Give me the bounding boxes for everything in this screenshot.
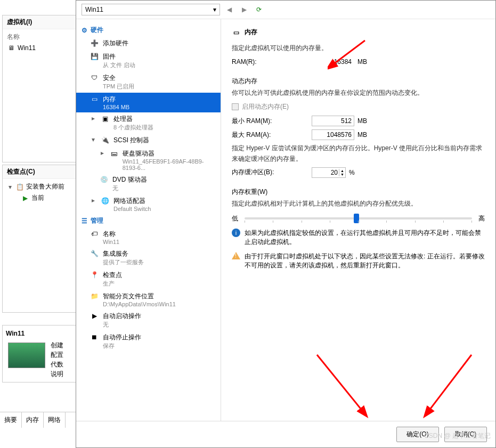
cancel-button[interactable]: 取消(C): [444, 427, 487, 442]
dynamic-memory-desc: 你可以允许可供此虚拟机使用的内存量在你设定的范围内动态变化。: [232, 88, 485, 98]
tree-nic[interactable]: ▸ 🌐 网络适配器Default Switch: [76, 194, 221, 214]
expander-icon[interactable]: ▸: [100, 149, 105, 157]
integration-icon: 🔧: [90, 249, 99, 258]
checkpoint-header: 检查点(C): [3, 165, 77, 179]
autostart-icon: ▶: [90, 312, 99, 320]
dialog-footer: 确定(O) 取消(C): [76, 421, 495, 447]
max-ram-row: 最大 RAM(A): 1048576 MB: [232, 129, 485, 140]
settings-tree: ⚙硬件 ➕ 添加硬件 💾 固件从 文件 启动 🛡 安全TPM 已启用 ▭ 内存1…: [76, 19, 221, 421]
tree-firmware[interactable]: 💾 固件从 文件 启动: [76, 50, 221, 71]
detail-title: ▭ 内存: [232, 28, 485, 37]
vm-selector-value: Win11: [85, 6, 103, 13]
detail-tabs: 摘要 内存 网络: [0, 412, 80, 428]
settings-dialog: Win11 ▾ ◀ ▶ ⟳ ⚙硬件 ➕ 添加硬件 💾 固件从 文件 启动 🛡 安…: [76, 0, 496, 448]
tree-name[interactable]: 🏷 名称Win11: [76, 227, 221, 247]
vm-section: 虚拟机(I) 名称 🖥 Win11: [2, 15, 77, 162]
checkpoint-icon: 📍: [90, 271, 99, 279]
autostop-icon: ⏹: [90, 333, 99, 341]
enable-dynamic-checkbox[interactable]: [232, 103, 239, 110]
min-ram-input[interactable]: 512: [312, 116, 354, 126]
tree-memory[interactable]: ▭ 内存16384 MB: [76, 93, 221, 112]
tree-dvd[interactable]: 💿 DVD 驱动器无: [76, 173, 221, 194]
win11-info-lines: 创建 配置 代数 说明: [51, 340, 63, 379]
vm-section-header: 虚拟机(I): [3, 15, 77, 29]
warning-message: 由于打开此窗口时虚拟机处于以下状态，因此某些设置无法修改: 正在运行。若要修改不…: [232, 252, 485, 270]
expander-icon[interactable]: ▾: [7, 183, 13, 191]
weight-low-label: 低: [232, 214, 238, 223]
refresh-button[interactable]: ⟳: [253, 4, 265, 15]
buffer-spinner[interactable]: ▲▼: [312, 167, 346, 178]
scsi-icon: 🔌: [101, 136, 109, 144]
hardware-icon: ⚙: [82, 27, 87, 34]
buffer-input[interactable]: [312, 168, 339, 177]
checkpoint-current[interactable]: ▶ 当前: [7, 192, 72, 203]
ok-button[interactable]: 确定(O): [396, 427, 439, 442]
annotation-arrow-2: [312, 349, 376, 419]
hardware-header: ⚙硬件: [76, 23, 221, 37]
annotation-arrow-3: [418, 349, 477, 419]
tree-processor[interactable]: ▸ ▣ 处理器8 个虚拟处理器: [76, 112, 221, 134]
vm-thumbnail[interactable]: [8, 343, 45, 368]
dialog-toolbar: Win11 ▾ ◀ ▶ ⟳: [76, 1, 495, 19]
expander-icon[interactable]: ▸: [90, 115, 96, 122]
firmware-icon: 💾: [90, 52, 99, 61]
vm-selector[interactable]: Win11 ▾: [82, 4, 220, 15]
dynamic-memory-title: 动态内存: [232, 77, 485, 86]
cpu-icon: ▣: [101, 115, 109, 123]
tree-autostop[interactable]: ⏹ 自动停止操作保存: [76, 331, 221, 352]
management-header: ☰管理: [76, 214, 221, 227]
expander-icon[interactable]: ▾: [90, 136, 96, 143]
tab-summary[interactable]: 摘要: [0, 412, 22, 428]
vm-icon: 🖥: [7, 44, 15, 52]
spin-up-icon[interactable]: ▲: [339, 169, 345, 173]
name-icon: 🏷: [90, 230, 99, 238]
management-icon: ☰: [82, 217, 87, 225]
max-ram-input[interactable]: 1048576: [312, 129, 354, 140]
max-ram-label: 最大 RAM(A):: [232, 131, 312, 140]
memory-detail-pane: ▭ 内存 指定此虚拟机可以使用的内存量。 RAM(R): 16384 MB 动态…: [221, 19, 495, 421]
info-message: i 如果为此虚拟机指定较低的设置，在运行其他虚拟机并且可用内存不足时，可能会禁止…: [232, 229, 485, 247]
dvd-icon: 💿: [100, 175, 108, 184]
col-name: 名称: [7, 31, 72, 43]
warning-icon: [232, 252, 240, 259]
win11-detail-section: Win11 创建 配置 代数 说明: [2, 325, 77, 382]
enable-dynamic-label: 启用动态内存(E): [242, 102, 289, 111]
manager-panel: 虚拟机(I) 名称 🖥 Win11 检查点(C) ▾ 📋 安装鲁大师前 ▶ 当前: [0, 0, 80, 448]
weight-slider[interactable]: [245, 217, 472, 219]
ram-input[interactable]: 16384: [312, 56, 354, 67]
tree-scsi[interactable]: ▾ 🔌 SCSI 控制器: [76, 134, 221, 147]
ram-unit: MB: [357, 58, 367, 66]
weight-desc: 指定此虚拟机相对于此计算机上的其他虚拟机的内存分配优先级。: [232, 199, 485, 209]
svg-line-1: [317, 355, 362, 411]
weight-title: 内存权重(W): [232, 188, 485, 197]
tree-integration[interactable]: 🔧 集成服务提供了一些服务: [76, 247, 221, 268]
tree-smartpaging[interactable]: 📁 智能分页文件位置D:\MyAppData\Vmos\Win11: [76, 290, 221, 309]
tree-security[interactable]: 🛡 安全TPM 已启用: [76, 71, 221, 93]
enable-dynamic-checkbox-row: 启用动态内存(E): [232, 102, 485, 111]
nav-forward-button[interactable]: ▶: [238, 4, 250, 15]
tree-hdd[interactable]: ▸ 🖴 硬盘驱动器Win11_45FEB9F1-69AF-48B9-8193-6…: [76, 147, 221, 173]
ram-row: RAM(R): 16384 MB: [232, 56, 485, 67]
min-ram-row: 最小 RAM(M): 512 MB: [232, 116, 485, 126]
tree-checkpoints[interactable]: 📍 检查点生产: [76, 268, 221, 290]
vm-name: Win11: [18, 44, 36, 52]
memory-desc: 指定此虚拟机可以使用的内存量。: [232, 43, 485, 53]
min-ram-label: 最小 RAM(M):: [232, 117, 312, 126]
memory-icon: ▭: [90, 95, 99, 103]
tab-network[interactable]: 网络: [44, 412, 66, 428]
tree-autostart[interactable]: ▶ 自动启动操作无: [76, 309, 221, 331]
play-icon: ▶: [21, 194, 29, 202]
vm-list-item[interactable]: 🖥 Win11: [7, 43, 72, 53]
nav-back-button[interactable]: ◀: [223, 4, 235, 15]
tab-memory[interactable]: 内存: [22, 412, 44, 428]
chevron-down-icon: ▾: [213, 6, 216, 13]
checkpoint-icon: 📋: [15, 183, 24, 191]
buffer-label: 内存缓冲区(B):: [232, 168, 312, 177]
add-icon: ➕: [90, 39, 99, 47]
expander-icon[interactable]: ▸: [90, 197, 96, 204]
spin-down-icon[interactable]: ▼: [339, 173, 345, 176]
info-icon: i: [232, 229, 240, 237]
checkpoint-root[interactable]: ▾ 📋 安装鲁大师前: [7, 181, 72, 192]
tree-add-hardware[interactable]: ➕ 添加硬件: [76, 37, 221, 50]
checkpoint-section: 检查点(C) ▾ 📋 安装鲁大师前 ▶ 当前: [2, 165, 77, 313]
